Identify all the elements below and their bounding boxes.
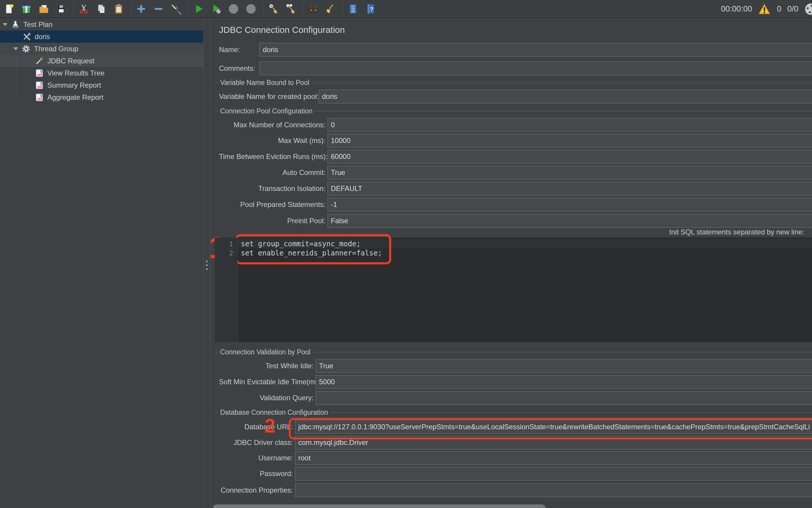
group-title-database-connection-configuration: Database Connection Configuration xyxy=(216,408,812,417)
tree-item-aggregate-report[interactable]: Aggregate Report xyxy=(0,91,203,103)
clear-icon[interactable] xyxy=(267,2,280,15)
max-connections-field[interactable]: 0 xyxy=(327,118,812,132)
listener-chart-icon xyxy=(35,81,44,90)
config-tools-icon xyxy=(22,32,31,41)
page-title: JDBC Connection Configuration xyxy=(219,25,345,35)
pool-prepared-statements-field[interactable]: -1 xyxy=(327,198,812,211)
editor-line[interactable]: 1 set group_commit=async_mode; xyxy=(215,239,812,248)
pool-variable-field[interactable]: doris xyxy=(319,90,812,103)
toolbar-separator xyxy=(303,3,303,15)
templates-icon[interactable] xyxy=(20,2,33,15)
tree-item-test-plan[interactable]: Test Plan xyxy=(0,18,203,31)
new-file-icon[interactable] xyxy=(2,2,15,15)
help-icon[interactable]: ? xyxy=(364,2,377,15)
copy-icon[interactable] xyxy=(95,2,108,15)
tree-item-label: doris xyxy=(35,33,50,41)
connection-properties-field[interactable] xyxy=(295,483,812,497)
toolbar: STOP ? 00:00:00 0 0/0 xyxy=(0,0,812,18)
init-sql-editor[interactable]: 1 set group_commit=async_mode; 2 set ena… xyxy=(215,238,812,343)
toolbar-separator xyxy=(131,3,131,15)
validation-query-field[interactable] xyxy=(316,391,812,405)
tree-item-label: JDBC Request xyxy=(47,57,94,65)
stop-icon[interactable]: STOP xyxy=(227,2,240,15)
start-no-timers-icon[interactable] xyxy=(210,2,223,15)
sampler-dropper-icon xyxy=(35,56,44,66)
elapsed-time: 00:00:00 xyxy=(721,4,752,14)
search-icon[interactable] xyxy=(307,2,320,15)
auto-commit-row: Auto Commit: True xyxy=(219,166,812,179)
expand-all-icon[interactable] xyxy=(135,2,148,15)
test-while-idle-row: Test While Idle: True xyxy=(219,359,812,373)
function-helper-icon[interactable] xyxy=(347,2,360,15)
tree-item-jdbc-request[interactable]: JDBC Request xyxy=(0,55,203,67)
group-title-variable-name-bound-to-pool: Variable Name Bound to Pool xyxy=(216,78,812,87)
tree-item-label: Thread Group xyxy=(34,45,78,53)
tree-item-label: Summary Report xyxy=(47,81,101,89)
tree-item-doris[interactable]: doris xyxy=(0,31,203,43)
auto-commit-field[interactable]: True xyxy=(327,166,812,179)
tree-item-label: Aggregate Report xyxy=(47,93,103,101)
panel-splitter[interactable] xyxy=(203,18,211,508)
jdbc-driver-class-field[interactable]: com.mysql.jdbc.Driver xyxy=(295,436,812,450)
error-count: 0 xyxy=(777,4,781,14)
line-number: 2 xyxy=(215,249,237,257)
preinit-pool-field[interactable]: False xyxy=(327,214,812,228)
soft-min-evictable-row: Soft Min Evictable Idle Time(ms): 5000 xyxy=(219,375,812,389)
connection-properties-row: Connection Properties: xyxy=(219,483,812,497)
toolbar-separator xyxy=(263,3,263,15)
collapse-all-icon[interactable] xyxy=(152,2,165,15)
eviction-runs-field[interactable]: 60000 xyxy=(327,150,812,163)
cut-icon[interactable] xyxy=(77,2,90,15)
open-icon[interactable] xyxy=(37,2,50,15)
database-url-field[interactable]: jdbc:mysql://127.0.0.1:9030?useServerPre… xyxy=(295,420,812,434)
tree-item-thread-group[interactable]: Thread Group xyxy=(0,43,203,55)
comments-row: Comments: xyxy=(219,61,812,75)
line-number: 1 xyxy=(215,240,237,248)
active-threads: 0/0 xyxy=(787,4,798,14)
chevron-down-icon[interactable] xyxy=(13,47,18,50)
sql-code: set group_commit=async_mode; xyxy=(237,240,361,248)
database-url-row: Database URL: jdbc:mysql://127.0.0.1:903… xyxy=(219,420,812,434)
start-icon[interactable] xyxy=(192,2,205,15)
transaction-isolation-field[interactable]: DEFAULT xyxy=(327,182,812,196)
toggle-icon[interactable] xyxy=(170,2,183,15)
save-icon[interactable] xyxy=(55,2,68,15)
soft-min-evictable-field[interactable]: 5000 xyxy=(316,375,812,389)
init-sql-label: Init SQL statements separated by new lin… xyxy=(669,228,804,236)
reset-search-icon[interactable] xyxy=(324,2,337,15)
editor-line[interactable]: 2 set enable_nereids_planner=false; xyxy=(215,248,812,258)
preinit-pool-row: Preinit Pool: False xyxy=(219,214,812,228)
sql-code: set enable_nereids_planner=false; xyxy=(237,249,382,257)
max-wait-field[interactable]: 10000 xyxy=(327,134,812,147)
test-plan-tree: Test Plan doris Thread Group JDBC Reques… xyxy=(0,18,203,508)
pool-variable-label: Variable Name for created pool: xyxy=(219,92,319,101)
paste-icon[interactable] xyxy=(112,2,125,15)
group-title-connection-pool-configuration: Connection Pool Configuration xyxy=(216,107,812,116)
shutdown-icon[interactable] xyxy=(244,2,258,15)
pool-prepared-statements-row: Pool Prepared Statements: -1 xyxy=(219,198,812,211)
test-plan-flask-icon xyxy=(11,20,20,29)
comments-label: Comments: xyxy=(219,64,260,73)
chevron-down-icon[interactable] xyxy=(3,23,7,26)
warning-icon[interactable] xyxy=(758,3,771,16)
status-bar: 00:00:00 0 0/0 xyxy=(721,0,812,18)
name-label: Name: xyxy=(219,46,260,54)
tree-item-label: Test Plan xyxy=(24,20,53,29)
tree-item-view-results-tree[interactable]: View Results Tree xyxy=(0,67,203,79)
tree-item-summary-report[interactable]: Summary Report xyxy=(0,79,203,91)
test-while-idle-field[interactable]: True xyxy=(316,359,812,373)
username-field[interactable]: root xyxy=(295,451,812,465)
pool-variable-row: Variable Name for created pool: doris xyxy=(219,90,812,103)
max-wait-row: Max Wait (ms): 10000 xyxy=(219,134,812,147)
clear-all-icon[interactable] xyxy=(284,2,298,15)
group-title-connection-validation-by-pool: Connection Validation by Pool xyxy=(216,347,812,356)
horizontal-scrollbar[interactable] xyxy=(213,504,545,508)
svg-text:STOP: STOP xyxy=(230,8,237,10)
username-row: Username: root xyxy=(219,451,812,465)
comments-field[interactable] xyxy=(260,61,812,75)
splitter-grip-icon[interactable] xyxy=(206,260,208,270)
name-field[interactable]: doris xyxy=(260,43,812,56)
validation-query-row: Validation Query: xyxy=(219,391,812,405)
toolbar-separator xyxy=(343,3,343,15)
password-field[interactable] xyxy=(295,467,812,480)
